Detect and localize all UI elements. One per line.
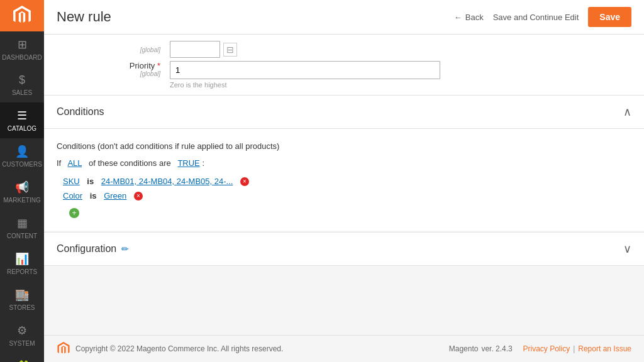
sidebar: ⊞ DASHBOARD $ SALES ☰ CATALOG 👤 CUSTOMER… — [0, 0, 44, 362]
sidebar-item-content[interactable]: ▦ CONTENT — [0, 210, 44, 246]
footer-copyright: Copyright © 2022 Magento Commerce Inc. A… — [75, 344, 283, 353]
color-val[interactable]: Green — [104, 191, 126, 200]
sidebar-item-reports[interactable]: 📊 REPORTS — [0, 246, 44, 282]
stores-icon: 🏬 — [15, 288, 29, 302]
dashboard-icon: ⊞ — [18, 38, 27, 52]
sidebar-item-extensions[interactable]: 🧩 FIND PARTNERS & EXTENSIONS — [0, 353, 44, 362]
conditions-chevron-icon: ∧ — [623, 105, 631, 119]
configuration-chevron-icon: ∨ — [623, 242, 631, 256]
save-button[interactable]: Save — [588, 7, 631, 27]
global-scope-label: [global] — [140, 47, 160, 53]
sidebar-item-sales[interactable]: $ SALES — [0, 67, 44, 102]
conditions-logic-row: If ALL of these conditions are TRUE : — [57, 158, 631, 168]
back-arrow-icon: ← — [454, 13, 462, 22]
remove-sku-button[interactable]: × — [240, 177, 249, 186]
conditions-title: Conditions — [57, 106, 104, 118]
sidebar-item-catalog[interactable]: ☰ CATALOG — [0, 102, 44, 138]
toggle-icon: ⊟ — [223, 43, 237, 57]
report-issue-link[interactable]: Report an Issue — [578, 344, 631, 353]
topbar: New rule ← Back Save and Continue Edit S… — [44, 0, 644, 35]
privacy-policy-link[interactable]: Privacy Policy — [523, 344, 570, 353]
footer-right: Magento ver. 2.4.3 Privacy Policy | Repo… — [449, 344, 631, 353]
magento-logo — [0, 0, 44, 31]
footer-version: ver. 2.4.3 — [481, 344, 512, 353]
sidebar-item-label: SALES — [12, 89, 32, 96]
extensions-icon: 🧩 — [15, 359, 29, 362]
footer-left: Copyright © 2022 Magento Commerce Inc. A… — [57, 342, 283, 356]
sidebar-item-label: CUSTOMERS — [2, 161, 42, 168]
content-icon: ▦ — [17, 216, 28, 230]
sidebar-item-label: REPORTS — [7, 268, 37, 275]
condition-row-sku: SKU is 24-MB01, 24-MB04, 24-MB05, 24-...… — [63, 174, 631, 189]
footer: Copyright © 2022 Magento Commerce Inc. A… — [44, 335, 644, 362]
conditions-description: Conditions (don't add conditions if rule… — [57, 141, 631, 151]
some-input-field[interactable] — [170, 41, 220, 58]
configuration-section: Configuration ✏ ∨ — [44, 232, 644, 266]
priority-hint: Zero is the highest — [170, 81, 440, 89]
sidebar-item-label: SYSTEM — [9, 340, 35, 347]
page-title: New rule — [57, 9, 111, 25]
required-marker: * — [157, 61, 160, 70]
sales-icon: $ — [19, 74, 25, 87]
logic-all-link[interactable]: ALL — [67, 158, 82, 168]
footer-separator: | — [573, 344, 575, 353]
back-button[interactable]: ← Back — [454, 13, 484, 22]
sku-attr[interactable]: SKU — [63, 177, 80, 186]
sku-val[interactable]: 24-MB01, 24-MB04, 24-MB05, 24-... — [101, 177, 233, 186]
sidebar-item-system[interactable]: ⚙ SYSTEM — [0, 317, 44, 353]
reports-icon: 📊 — [15, 252, 29, 266]
sidebar-item-dashboard[interactable]: ⊞ DASHBOARD — [0, 31, 44, 67]
priority-scope: [global] — [57, 70, 160, 77]
content-area: [global] ⊟ Priority * [global] Z — [44, 35, 644, 335]
sku-op: is — [87, 177, 94, 186]
sidebar-item-label: MARKETING — [3, 197, 40, 204]
sidebar-item-label: CATALOG — [8, 125, 36, 132]
configuration-section-header[interactable]: Configuration ✏ ∨ — [44, 232, 644, 266]
sidebar-item-customers[interactable]: 👤 CUSTOMERS — [0, 138, 44, 174]
save-continue-button[interactable]: Save and Continue Edit — [493, 13, 579, 22]
conditions-body: Conditions (don't add conditions if rule… — [44, 129, 644, 231]
color-attr[interactable]: Color — [63, 191, 82, 200]
add-condition-button[interactable]: + — [69, 208, 79, 218]
main-area: New rule ← Back Save and Continue Edit S… — [44, 0, 644, 362]
priority-form-area: [global] ⊟ Priority * [global] Z — [44, 35, 644, 95]
configuration-title: Configuration — [57, 243, 116, 255]
sidebar-item-marketing[interactable]: 📢 MARKETING — [0, 174, 44, 210]
catalog-icon: ☰ — [17, 109, 27, 123]
color-op: is — [90, 191, 97, 200]
config-header-content: Configuration ✏ — [57, 243, 129, 255]
system-icon: ⚙ — [17, 324, 27, 337]
sidebar-item-label: STORES — [9, 304, 35, 311]
conditions-section-header[interactable]: Conditions ∧ — [44, 95, 644, 129]
condition-row-color: Color is Green × — [63, 189, 631, 203]
priority-input[interactable] — [170, 61, 440, 79]
priority-label: Priority * — [130, 61, 160, 70]
footer-version-label: Magento — [449, 344, 479, 353]
sidebar-item-label: CONTENT — [7, 233, 37, 239]
conditions-section: Conditions ∧ Conditions (don't add condi… — [44, 95, 644, 231]
logic-true-link[interactable]: TRUE — [177, 158, 199, 168]
customers-icon: 👤 — [15, 145, 29, 158]
topbar-actions: ← Back Save and Continue Edit Save — [454, 7, 631, 27]
sidebar-item-label: DASHBOARD — [2, 54, 42, 61]
footer-logo-icon — [57, 342, 70, 356]
remove-color-button[interactable]: × — [134, 192, 143, 200]
edit-icon[interactable]: ✏ — [121, 244, 129, 254]
marketing-icon: 📢 — [15, 180, 29, 194]
sidebar-item-stores[interactable]: 🏬 STORES — [0, 282, 44, 317]
